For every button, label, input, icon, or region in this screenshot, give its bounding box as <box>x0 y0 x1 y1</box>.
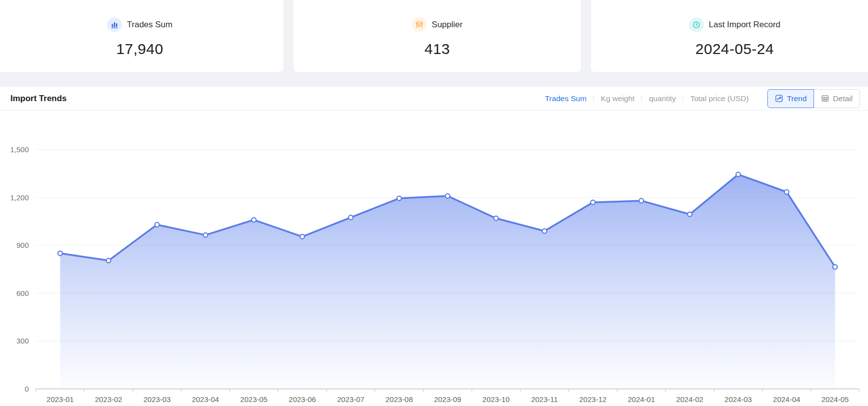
x-axis-tick-label: 2023-01 <box>47 395 74 404</box>
data-point-marker[interactable] <box>591 200 595 205</box>
y-axis-tick-label: 1,200 <box>10 193 29 202</box>
data-point-marker[interactable] <box>58 251 62 256</box>
tab-total-price-usd[interactable]: Total price (USD) <box>683 94 755 103</box>
data-point-marker[interactable] <box>300 234 304 239</box>
y-axis-tick-label: 0 <box>25 385 29 393</box>
tab-quantity[interactable]: quantity <box>642 94 683 103</box>
bar-chart-icon <box>107 17 122 32</box>
x-axis-tick-label: 2023-10 <box>482 395 510 404</box>
data-point-marker[interactable] <box>494 216 498 221</box>
stat-value: 413 <box>424 40 450 58</box>
x-axis-tick-label: 2023-02 <box>95 395 122 404</box>
detail-button-label: Detail <box>833 94 853 103</box>
import-trends-chart[interactable]: 03006009001,2001,5002023-012023-022023-0… <box>0 111 868 406</box>
view-toggle: Trend Detail <box>767 89 860 108</box>
x-axis-tick-label: 2023-06 <box>289 395 316 404</box>
detail-button[interactable]: Detail <box>814 89 860 108</box>
x-axis-tick-label: 2024-04 <box>773 395 800 404</box>
x-axis-tick-label: 2023-11 <box>531 395 558 404</box>
data-point-marker[interactable] <box>397 196 402 201</box>
tab-trades-sum[interactable]: Trades Sum <box>538 94 593 103</box>
stat-value: 2024-05-24 <box>695 40 774 58</box>
clock-icon <box>689 17 704 32</box>
trend-chart-icon <box>775 94 783 103</box>
trend-button[interactable]: Trend <box>767 89 814 108</box>
data-point-marker[interactable] <box>445 194 450 198</box>
x-axis-tick-label: 2023-05 <box>240 395 268 404</box>
tab-kg-weight[interactable]: Kg weight <box>594 94 641 103</box>
data-point-marker[interactable] <box>736 172 741 176</box>
stat-label: Supplier <box>432 20 463 30</box>
x-axis-tick-label: 2023-12 <box>579 395 607 404</box>
data-point-marker[interactable] <box>155 223 159 227</box>
data-point-marker[interactable] <box>348 215 353 220</box>
x-axis-tick-label: 2023-08 <box>386 395 413 404</box>
metric-tabs: Trades Sum Kg weight quantity Total pric… <box>538 94 755 103</box>
data-point-marker[interactable] <box>252 218 256 222</box>
page-title: Import Trends <box>10 94 66 104</box>
y-axis-tick-label: 600 <box>16 289 29 297</box>
x-axis-tick-label: 2023-03 <box>143 395 171 404</box>
stat-card-last-import-record: Last Import Record 2024-05-24 <box>590 0 868 72</box>
data-point-marker[interactable] <box>784 190 789 194</box>
x-axis-tick-label: 2024-01 <box>628 395 655 404</box>
stat-card-supplier: Supplier 413 <box>293 0 581 72</box>
y-axis-tick-label: 300 <box>16 337 29 345</box>
import-trends-panel: Import Trends Trades Sum Kg weight quant… <box>0 87 868 406</box>
table-icon <box>821 94 829 103</box>
x-axis-tick-label: 2024-03 <box>725 395 752 404</box>
y-axis-tick-label: 900 <box>16 241 29 249</box>
data-point-marker[interactable] <box>203 233 208 237</box>
stat-label: Last Import Record <box>709 20 781 30</box>
data-point-marker[interactable] <box>833 265 837 269</box>
stat-value: 17,940 <box>116 40 164 58</box>
x-axis-tick-label: 2023-07 <box>337 395 364 404</box>
x-axis-tick-label: 2023-09 <box>434 395 461 404</box>
x-axis-tick-label: 2024-05 <box>821 395 849 404</box>
storefront-icon <box>412 17 427 32</box>
data-point-marker[interactable] <box>107 258 111 263</box>
stat-label: Trades Sum <box>127 20 173 30</box>
y-axis-tick-label: 1,500 <box>10 145 29 154</box>
x-axis-tick-label: 2023-04 <box>192 395 219 404</box>
data-point-marker[interactable] <box>639 198 643 203</box>
stat-card-trades-sum: Trades Sum 17,940 <box>0 0 284 72</box>
panel-header: Import Trends Trades Sum Kg weight quant… <box>0 87 868 111</box>
x-axis-tick-label: 2024-02 <box>676 395 703 404</box>
data-point-marker[interactable] <box>688 212 692 217</box>
trend-button-label: Trend <box>787 94 807 103</box>
data-point-marker[interactable] <box>542 229 547 233</box>
